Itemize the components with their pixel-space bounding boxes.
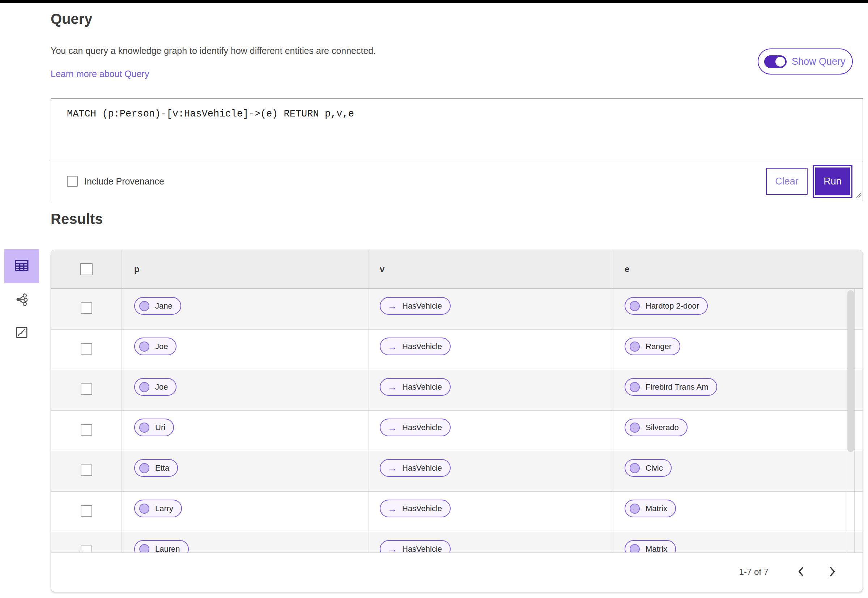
- chevron-left-icon[interactable]: [792, 563, 809, 582]
- pill-label: Hardtop 2-door: [645, 301, 699, 311]
- table-header-row: p v e: [51, 250, 863, 289]
- arrow-right-icon: →: [388, 342, 397, 351]
- include-provenance-label: Include Provenance: [84, 176, 164, 187]
- pill-label: Lauren: [155, 544, 180, 553]
- arrow-right-icon: →: [388, 423, 397, 432]
- arrow-right-icon: →: [388, 544, 397, 553]
- node-circle-icon: [139, 341, 149, 351]
- node-pill[interactable]: Lauren: [134, 540, 189, 552]
- query-input[interactable]: MATCH (p:Person)-[v:HasVehicle]->(e) RET…: [51, 99, 863, 161]
- node-pill[interactable]: Larry: [134, 499, 182, 517]
- table-row: Uri → HasVehicle Silverado: [51, 411, 863, 451]
- show-query-toggle[interactable]: Show Query: [758, 48, 853, 75]
- graph-view-button[interactable]: [4, 289, 39, 312]
- node-pill[interactable]: Joe: [134, 338, 176, 355]
- pill-label: Joe: [155, 342, 168, 351]
- node-circle-icon: [139, 382, 149, 392]
- edge-pill[interactable]: → HasVehicle: [380, 378, 451, 396]
- column-header-v[interactable]: v: [369, 250, 613, 289]
- table-scrollbar[interactable]: [847, 289, 855, 552]
- pill-label: Civic: [645, 463, 663, 473]
- row-checkbox[interactable]: [81, 343, 92, 354]
- node-pill[interactable]: Ranger: [624, 338, 680, 355]
- pill-label: Uri: [155, 423, 165, 432]
- pill-label: HasVehicle: [402, 544, 442, 553]
- node-circle-icon: [630, 341, 640, 351]
- pill-label: Joe: [155, 383, 168, 392]
- node-pill[interactable]: Etta: [134, 459, 178, 477]
- pill-label: Etta: [155, 463, 169, 473]
- pill-label: HasVehicle: [402, 463, 442, 473]
- node-pill[interactable]: Jane: [134, 297, 181, 315]
- edge-pill[interactable]: → HasVehicle: [380, 540, 451, 552]
- pill-label: HasVehicle: [402, 342, 442, 351]
- pill-label: HasVehicle: [402, 423, 442, 432]
- toggle-switch-icon[interactable]: [764, 55, 787, 68]
- node-circle-icon: [139, 544, 149, 553]
- node-circle-icon: [630, 504, 640, 514]
- node-pill[interactable]: Matrix: [624, 499, 676, 517]
- chart-view-button[interactable]: [4, 321, 39, 345]
- pill-label: HasVehicle: [402, 504, 442, 513]
- table-row: Jane → HasVehicle Hardtop 2-door: [51, 289, 863, 330]
- node-pill[interactable]: Joe: [134, 378, 176, 396]
- arrow-right-icon: →: [388, 463, 397, 473]
- pagination-bar: 1-7 of 7: [51, 552, 863, 591]
- node-circle-icon: [630, 301, 640, 311]
- resize-handle-icon[interactable]: [855, 192, 861, 199]
- table-row: Etta → HasVehicle Civic: [51, 451, 863, 492]
- page-title: Query: [51, 11, 93, 27]
- node-circle-icon: [630, 382, 640, 392]
- node-circle-icon: [139, 301, 149, 311]
- pill-label: Jane: [155, 301, 173, 311]
- row-checkbox[interactable]: [81, 383, 92, 395]
- node-pill[interactable]: Silverado: [624, 419, 687, 436]
- include-provenance-checkbox[interactable]: [67, 176, 78, 187]
- node-pill[interactable]: Civic: [624, 459, 672, 477]
- learn-more-link[interactable]: Learn more about Query: [51, 69, 149, 79]
- node-circle-icon: [630, 463, 640, 473]
- clear-button[interactable]: Clear: [766, 168, 808, 195]
- results-table: p v e Jane → HasVehicle Hardtop 2-door: [51, 250, 863, 592]
- node-pill[interactable]: Firebird Trans Am: [624, 378, 717, 396]
- query-editor-panel: MATCH (p:Person)-[v:HasVehicle]->(e) RET…: [51, 99, 863, 201]
- row-checkbox[interactable]: [81, 546, 92, 552]
- edge-pill[interactable]: → HasVehicle: [380, 419, 451, 436]
- results-heading: Results: [51, 211, 103, 227]
- table-row: Lauren → HasVehicle Matrix: [51, 532, 863, 552]
- graph-icon: [15, 293, 29, 308]
- row-checkbox[interactable]: [81, 302, 92, 314]
- pill-label: HasVehicle: [402, 301, 442, 311]
- run-button[interactable]: Run: [813, 165, 852, 198]
- pill-label: HasVehicle: [402, 383, 442, 392]
- pill-label: Matrix: [645, 504, 667, 513]
- arrow-right-icon: →: [388, 383, 397, 392]
- chevron-right-icon[interactable]: [824, 563, 841, 582]
- node-pill[interactable]: Uri: [134, 419, 174, 436]
- window-top-border: [0, 0, 868, 3]
- pill-label: Silverado: [645, 423, 679, 432]
- node-pill[interactable]: Hardtop 2-door: [624, 297, 708, 315]
- pill-label: Matrix: [645, 544, 667, 553]
- edge-pill[interactable]: → HasVehicle: [380, 297, 451, 315]
- node-pill[interactable]: Matrix: [624, 540, 676, 552]
- edge-pill[interactable]: → HasVehicle: [380, 338, 451, 355]
- table-scrollbar-thumb[interactable]: [847, 290, 854, 452]
- node-circle-icon: [139, 463, 149, 473]
- table-row: Larry → HasVehicle Matrix: [51, 492, 863, 532]
- row-checkbox[interactable]: [81, 424, 92, 435]
- pill-label: Ranger: [645, 342, 672, 351]
- table-row: Joe → HasVehicle Ranger: [51, 330, 863, 370]
- table-view-button[interactable]: [4, 249, 39, 283]
- column-header-e[interactable]: e: [613, 250, 863, 289]
- row-checkbox[interactable]: [81, 465, 92, 476]
- column-header-p[interactable]: p: [121, 250, 369, 289]
- show-query-label: Show Query: [792, 56, 846, 67]
- select-all-checkbox[interactable]: [80, 263, 93, 275]
- edge-pill[interactable]: → HasVehicle: [380, 499, 451, 517]
- node-circle-icon: [139, 423, 149, 433]
- row-checkbox[interactable]: [81, 505, 92, 517]
- chart-curve-icon: [15, 326, 28, 341]
- edge-pill[interactable]: → HasVehicle: [380, 459, 451, 477]
- pagination-range-label: 1-7 of 7: [739, 567, 769, 577]
